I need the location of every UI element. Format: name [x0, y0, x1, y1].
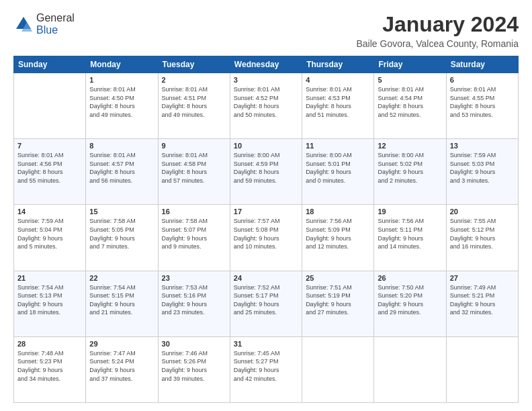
cell-day-number: 29: [89, 340, 154, 348]
calendar-cell: 29Sunrise: 7:47 AM Sunset: 5:24 PM Dayli…: [86, 336, 158, 402]
cell-info-text: Sunrise: 7:58 AM Sunset: 5:05 PM Dayligh…: [89, 217, 154, 250]
cell-info-text: Sunrise: 8:01 AM Sunset: 4:50 PM Dayligh…: [89, 85, 154, 119]
calendar-cell: 26Sunrise: 7:50 AM Sunset: 5:20 PM Dayli…: [374, 271, 446, 336]
cell-day-number: 9: [162, 142, 226, 150]
calendar-cell: 27Sunrise: 7:49 AM Sunset: 5:21 PM Dayli…: [446, 271, 518, 336]
cell-info-text: Sunrise: 8:01 AM Sunset: 4:57 PM Dayligh…: [89, 151, 154, 185]
calendar-cell: 30Sunrise: 7:46 AM Sunset: 5:26 PM Dayli…: [158, 336, 230, 402]
calendar-cell: 15Sunrise: 7:58 AM Sunset: 5:05 PM Dayli…: [86, 205, 158, 271]
title-block: January 2024 Baile Govora, Valcea County…: [357, 12, 519, 49]
calendar-cell: 1Sunrise: 8:01 AM Sunset: 4:50 PM Daylig…: [86, 73, 158, 139]
cell-info-text: Sunrise: 7:58 AM Sunset: 5:07 PM Dayligh…: [162, 217, 226, 250]
cell-info-text: Sunrise: 7:54 AM Sunset: 5:13 PM Dayligh…: [17, 283, 82, 317]
calendar-cell: 8Sunrise: 8:01 AM Sunset: 4:57 PM Daylig…: [86, 139, 158, 205]
cell-info-text: Sunrise: 7:48 AM Sunset: 5:23 PM Dayligh…: [17, 349, 82, 383]
cell-day-number: 10: [234, 142, 298, 150]
calendar-cell: 21Sunrise: 7:54 AM Sunset: 5:13 PM Dayli…: [14, 271, 86, 336]
calendar-cell: 11Sunrise: 8:00 AM Sunset: 5:01 PM Dayli…: [302, 139, 374, 205]
calendar-cell: 31Sunrise: 7:45 AM Sunset: 5:27 PM Dayli…: [230, 336, 302, 402]
col-sunday: Sunday: [14, 56, 86, 73]
cell-info-text: Sunrise: 7:46 AM Sunset: 5:26 PM Dayligh…: [162, 349, 226, 383]
cell-info-text: Sunrise: 8:01 AM Sunset: 4:55 PM Dayligh…: [450, 85, 515, 119]
page-header: General Blue January 2024 Baile Govora, …: [13, 12, 519, 49]
calendar-week-row: 28Sunrise: 7:48 AM Sunset: 5:23 PM Dayli…: [14, 336, 519, 402]
cell-info-text: Sunrise: 7:56 AM Sunset: 5:09 PM Dayligh…: [306, 217, 370, 250]
cell-info-text: Sunrise: 7:50 AM Sunset: 5:20 PM Dayligh…: [378, 283, 442, 317]
calendar-cell: 28Sunrise: 7:48 AM Sunset: 5:23 PM Dayli…: [14, 336, 86, 402]
calendar-cell: 9Sunrise: 8:01 AM Sunset: 4:58 PM Daylig…: [158, 139, 230, 205]
cell-info-text: Sunrise: 7:59 AM Sunset: 5:03 PM Dayligh…: [450, 151, 515, 185]
cell-info-text: Sunrise: 7:57 AM Sunset: 5:08 PM Dayligh…: [234, 217, 298, 250]
col-monday: Monday: [86, 56, 158, 73]
cell-info-text: Sunrise: 7:52 AM Sunset: 5:17 PM Dayligh…: [234, 283, 298, 317]
cell-day-number: 31: [234, 340, 298, 348]
calendar-cell: 22Sunrise: 7:54 AM Sunset: 5:15 PM Dayli…: [86, 271, 158, 336]
cell-info-text: Sunrise: 8:01 AM Sunset: 4:58 PM Dayligh…: [162, 151, 226, 185]
cell-info-text: Sunrise: 7:53 AM Sunset: 5:16 PM Dayligh…: [162, 283, 226, 317]
col-tuesday: Tuesday: [158, 56, 230, 73]
cell-day-number: 16: [162, 208, 226, 216]
calendar-cell: 24Sunrise: 7:52 AM Sunset: 5:17 PM Dayli…: [230, 271, 302, 336]
cell-day-number: 12: [378, 142, 442, 150]
col-thursday: Thursday: [302, 56, 374, 73]
calendar-cell: 12Sunrise: 8:00 AM Sunset: 5:02 PM Dayli…: [374, 139, 446, 205]
col-wednesday: Wednesday: [230, 56, 302, 73]
cell-info-text: Sunrise: 7:45 AM Sunset: 5:27 PM Dayligh…: [234, 349, 298, 383]
cell-day-number: 3: [234, 76, 298, 84]
cell-day-number: 25: [306, 274, 370, 282]
calendar-cell: 5Sunrise: 8:01 AM Sunset: 4:54 PM Daylig…: [374, 73, 446, 139]
calendar-cell: [374, 336, 446, 402]
calendar-week-row: 1Sunrise: 8:01 AM Sunset: 4:50 PM Daylig…: [14, 73, 519, 139]
calendar-table: Sunday Monday Tuesday Wednesday Thursday…: [13, 56, 519, 403]
cell-day-number: 17: [234, 208, 298, 216]
logo-text: General Blue: [36, 12, 75, 36]
calendar-cell: 17Sunrise: 7:57 AM Sunset: 5:08 PM Dayli…: [230, 205, 302, 271]
cell-day-number: 20: [450, 208, 515, 216]
calendar-title: January 2024: [357, 12, 519, 37]
calendar-cell: 16Sunrise: 7:58 AM Sunset: 5:07 PM Dayli…: [158, 205, 230, 271]
calendar-cell: 23Sunrise: 7:53 AM Sunset: 5:16 PM Dayli…: [158, 271, 230, 336]
cell-day-number: 18: [306, 208, 370, 216]
calendar-week-row: 7Sunrise: 8:01 AM Sunset: 4:56 PM Daylig…: [14, 139, 519, 205]
cell-day-number: 19: [378, 208, 442, 216]
calendar-cell: [446, 336, 518, 402]
cell-day-number: 26: [378, 274, 442, 282]
cell-day-number: 22: [89, 274, 154, 282]
calendar-cell: 20Sunrise: 7:55 AM Sunset: 5:12 PM Dayli…: [446, 205, 518, 271]
col-friday: Friday: [374, 56, 446, 73]
cell-day-number: 5: [378, 76, 442, 84]
cell-info-text: Sunrise: 7:55 AM Sunset: 5:12 PM Dayligh…: [450, 217, 515, 250]
calendar-week-row: 14Sunrise: 7:59 AM Sunset: 5:04 PM Dayli…: [14, 205, 519, 271]
calendar-cell: 4Sunrise: 8:01 AM Sunset: 4:53 PM Daylig…: [302, 73, 374, 139]
cell-day-number: 27: [450, 274, 515, 282]
cell-info-text: Sunrise: 8:01 AM Sunset: 4:53 PM Dayligh…: [306, 85, 370, 119]
logo-icon: [13, 14, 34, 34]
calendar-header-row: Sunday Monday Tuesday Wednesday Thursday…: [14, 56, 519, 73]
cell-day-number: 11: [306, 142, 370, 150]
cell-info-text: Sunrise: 7:54 AM Sunset: 5:15 PM Dayligh…: [89, 283, 154, 317]
calendar-cell: 3Sunrise: 8:01 AM Sunset: 4:52 PM Daylig…: [230, 73, 302, 139]
calendar-subtitle: Baile Govora, Valcea County, Romania: [357, 38, 519, 49]
cell-day-number: 30: [162, 340, 226, 348]
calendar-week-row: 21Sunrise: 7:54 AM Sunset: 5:13 PM Dayli…: [14, 271, 519, 336]
cell-day-number: 28: [17, 340, 82, 348]
calendar-cell: 18Sunrise: 7:56 AM Sunset: 5:09 PM Dayli…: [302, 205, 374, 271]
cell-day-number: 4: [306, 76, 370, 84]
cell-info-text: Sunrise: 8:00 AM Sunset: 5:02 PM Dayligh…: [378, 151, 442, 185]
cell-day-number: 6: [450, 76, 515, 84]
cell-day-number: 23: [162, 274, 226, 282]
cell-info-text: Sunrise: 7:49 AM Sunset: 5:21 PM Dayligh…: [450, 283, 515, 317]
calendar-cell: 2Sunrise: 8:01 AM Sunset: 4:51 PM Daylig…: [158, 73, 230, 139]
calendar-page: General Blue January 2024 Baile Govora, …: [0, 0, 532, 411]
calendar-cell: 25Sunrise: 7:51 AM Sunset: 5:19 PM Dayli…: [302, 271, 374, 336]
cell-day-number: 24: [234, 274, 298, 282]
cell-day-number: 7: [17, 142, 82, 150]
cell-info-text: Sunrise: 7:56 AM Sunset: 5:11 PM Dayligh…: [378, 217, 442, 250]
cell-day-number: 8: [89, 142, 154, 150]
cell-info-text: Sunrise: 8:01 AM Sunset: 4:54 PM Dayligh…: [378, 85, 442, 119]
calendar-cell: 14Sunrise: 7:59 AM Sunset: 5:04 PM Dayli…: [14, 205, 86, 271]
calendar-cell: 7Sunrise: 8:01 AM Sunset: 4:56 PM Daylig…: [14, 139, 86, 205]
cell-day-number: 15: [89, 208, 154, 216]
cell-info-text: Sunrise: 8:01 AM Sunset: 4:52 PM Dayligh…: [234, 85, 298, 119]
calendar-cell: 10Sunrise: 8:00 AM Sunset: 4:59 PM Dayli…: [230, 139, 302, 205]
